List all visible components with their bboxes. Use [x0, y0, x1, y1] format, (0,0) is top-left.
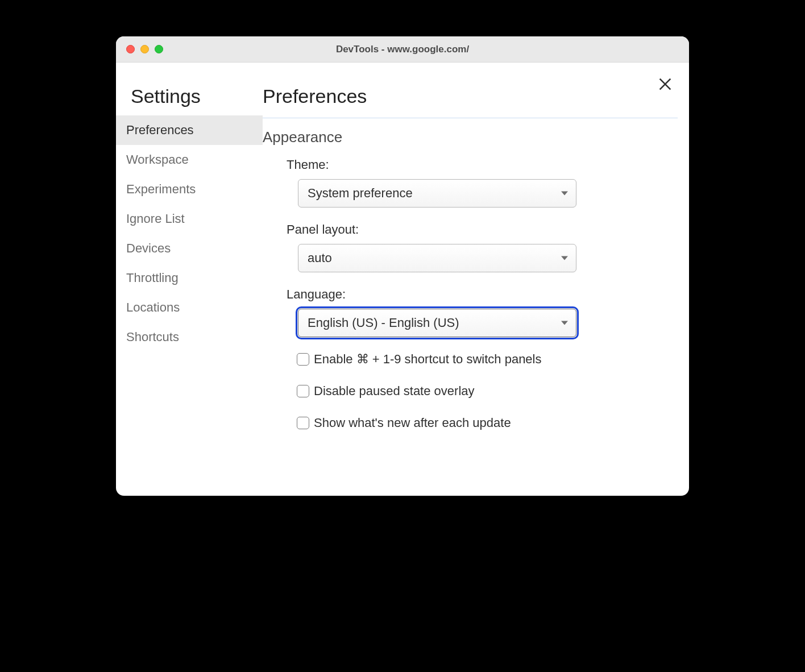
sidebar-item-label: Devices — [126, 241, 171, 255]
panel-layout-label: Panel layout: — [287, 222, 667, 237]
sidebar-item-label: Shortcuts — [126, 330, 179, 344]
panel-layout-select[interactable]: auto — [298, 244, 576, 272]
sidebar-item-label: Preferences — [126, 123, 194, 137]
checkbox-show-whats-new[interactable]: Show what's new after each update — [297, 416, 667, 430]
sidebar-item-shortcuts[interactable]: Shortcuts — [116, 322, 263, 352]
chevron-down-icon — [561, 256, 568, 260]
traffic-lights — [126, 45, 163, 53]
theme-select[interactable]: System preference — [298, 179, 576, 208]
panel-layout-select-value: auto — [308, 251, 332, 266]
preferences-scroll[interactable]: Appearance Theme: System preference Pane… — [263, 118, 678, 496]
checkbox-icon — [297, 353, 309, 366]
checkbox-disable-paused-overlay[interactable]: Disable paused state overlay — [297, 384, 667, 399]
checkbox-label: Enable ⌘ + 1-9 shortcut to switch panels — [314, 352, 542, 367]
titlebar: DevTools - www.google.com/ — [116, 36, 689, 63]
main-panel: Preferences Appearance Theme: System pre… — [263, 63, 689, 496]
sidebar-item-preferences[interactable]: Preferences — [116, 115, 263, 145]
sidebar-item-experiments[interactable]: Experiments — [116, 175, 263, 204]
sidebar-item-workspace[interactable]: Workspace — [116, 145, 263, 175]
sidebar-item-label: Locations — [126, 300, 180, 314]
language-label: Language: — [287, 287, 667, 302]
field-theme: Theme: System preference — [287, 157, 667, 208]
sidebar-item-devices[interactable]: Devices — [116, 234, 263, 263]
chevron-down-icon — [561, 192, 568, 196]
sidebar-item-label: Ignore List — [126, 211, 185, 226]
sidebar-item-ignore-list[interactable]: Ignore List — [116, 204, 263, 234]
sidebar-item-label: Throttling — [126, 271, 179, 285]
checkbox-label: Disable paused state overlay — [314, 384, 475, 399]
sidebar-items: Preferences Workspace Experiments Ignore… — [116, 115, 263, 352]
chevron-down-icon — [561, 321, 568, 325]
sidebar-item-label: Experiments — [126, 182, 196, 196]
field-panel-layout: Panel layout: auto — [287, 222, 667, 272]
sidebar-title: Settings — [116, 85, 263, 115]
checkbox-icon — [297, 417, 309, 429]
theme-select-value: System preference — [308, 186, 413, 201]
section-title-appearance: Appearance — [263, 128, 667, 146]
window-title: DevTools - www.google.com/ — [336, 44, 469, 55]
field-language: Language: English (US) - English (US) — [287, 287, 667, 337]
close-settings-button[interactable] — [657, 76, 673, 92]
checkbox-enable-cmd-shortcut[interactable]: Enable ⌘ + 1-9 shortcut to switch panels — [297, 352, 667, 367]
checkbox-label: Show what's new after each update — [314, 416, 511, 430]
window-maximize-button[interactable] — [155, 45, 163, 53]
page-title: Preferences — [263, 85, 678, 118]
window-body: Settings Preferences Workspace Experimen… — [116, 63, 689, 496]
devtools-window: DevTools - www.google.com/ Settings Pref… — [116, 36, 689, 496]
checkbox-icon — [297, 385, 309, 397]
window-minimize-button[interactable] — [140, 45, 149, 53]
close-icon — [657, 76, 673, 92]
sidebar-item-locations[interactable]: Locations — [116, 293, 263, 322]
theme-label: Theme: — [287, 157, 667, 172]
language-select[interactable]: English (US) - English (US) — [298, 309, 576, 337]
window-close-button[interactable] — [126, 45, 135, 53]
language-select-value: English (US) - English (US) — [308, 316, 459, 330]
sidebar: Settings Preferences Workspace Experimen… — [116, 63, 263, 496]
sidebar-item-throttling[interactable]: Throttling — [116, 263, 263, 293]
sidebar-item-label: Workspace — [126, 152, 189, 167]
